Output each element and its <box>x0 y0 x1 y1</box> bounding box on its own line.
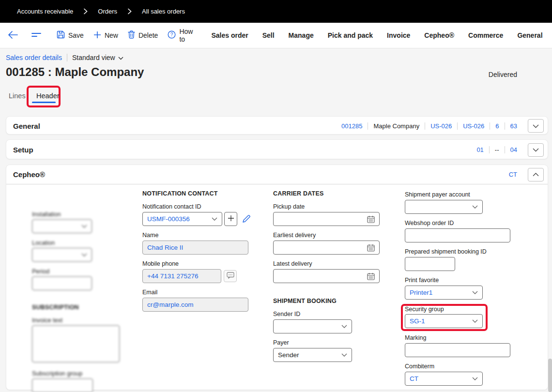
mobile-phone-input[interactable]: +44 7131 275276 <box>142 269 221 283</box>
combiterm-value: CT <box>410 375 418 382</box>
summary-account-2[interactable]: US-026 <box>463 122 484 130</box>
summary-customer-name: Maple Company <box>373 122 419 130</box>
print-favorite-dropdown[interactable]: Printer1 <box>405 286 483 300</box>
chevron-down-icon <box>81 225 87 228</box>
marking-input[interactable] <box>405 343 510 357</box>
tab-header[interactable]: Header <box>36 92 60 100</box>
calendar-icon[interactable] <box>367 272 375 280</box>
divider <box>505 122 505 130</box>
prepared-shipment-booking-id-input[interactable] <box>405 257 455 271</box>
payer-value: Sender <box>278 351 299 359</box>
email-input[interactable]: cr@marple.com <box>142 298 248 312</box>
security-group-dropdown[interactable]: SG-1 <box>405 314 483 328</box>
expand-general-button[interactable] <box>528 119 544 133</box>
summary-value-6[interactable]: 6 <box>495 122 499 130</box>
name-value: Chad Rice II <box>147 244 183 251</box>
mobile-phone-value: +44 7131 275276 <box>147 272 198 280</box>
expand-setup-button[interactable] <box>528 143 544 157</box>
tab-sales-order[interactable]: Sales order <box>211 31 248 39</box>
chevron-up-icon <box>533 171 539 178</box>
period-input[interactable] <box>32 276 92 290</box>
pickup-date-input[interactable] <box>273 212 380 226</box>
summary-order-number[interactable]: 001285 <box>341 122 362 130</box>
summary-value-63[interactable]: 63 <box>510 122 517 130</box>
setup-title[interactable]: Setup <box>13 146 33 154</box>
divider <box>368 122 368 130</box>
sms-button[interactable] <box>224 270 237 282</box>
marking-label: Marking <box>405 334 426 341</box>
breadcrumb-item-all-sales-orders[interactable]: All sales orders <box>142 8 185 15</box>
vertical-scrollbar[interactable] <box>548 359 552 392</box>
summary-ct[interactable]: CT <box>509 171 517 178</box>
combiterm-dropdown[interactable]: CT <box>405 372 483 386</box>
pickup-date-label: Pickup date <box>273 203 305 210</box>
payer-dropdown[interactable]: Sender <box>273 348 352 362</box>
summary-01[interactable]: 01 <box>476 146 483 153</box>
carrier-dates-heading: CARRIER DATES <box>273 190 323 197</box>
location-dropdown[interactable] <box>32 248 92 262</box>
summary-account-1[interactable]: US-026 <box>430 122 452 130</box>
earliest-delivery-label: Earliest delivery <box>273 232 316 239</box>
general-title[interactable]: General <box>13 122 40 130</box>
subscription-group-label: Subscription group <box>32 370 82 377</box>
latest-delivery-input[interactable] <box>273 269 380 283</box>
calendar-icon[interactable] <box>367 244 375 252</box>
chevron-down-icon <box>341 325 347 329</box>
divider <box>67 54 67 61</box>
webshop-order-id-input[interactable] <box>405 228 510 242</box>
how-to-button[interactable]: ? How to <box>163 25 198 46</box>
payer-label: Payer <box>273 339 289 346</box>
shipment-payer-account-dropdown[interactable] <box>405 200 483 214</box>
collapse-cepheo-button[interactable] <box>528 168 544 181</box>
section-general: General 001285 Maple Company US-026 US-0… <box>6 116 548 135</box>
shipment-booking-heading: SHIPMENT BOOKING <box>273 298 337 304</box>
security-group-label: Security group <box>405 306 444 313</box>
tab-cepheo[interactable]: Cepheo® <box>424 31 454 39</box>
name-input[interactable]: Chad Rice II <box>142 241 248 255</box>
add-contact-button[interactable] <box>224 212 237 226</box>
delete-button[interactable]: Delete <box>123 28 163 43</box>
svg-text:?: ? <box>170 32 173 37</box>
summary-04[interactable]: 04 <box>510 146 517 153</box>
divider <box>425 122 425 130</box>
setup-summary: 01 -- 04 <box>476 143 544 157</box>
tab-sell[interactable]: Sell <box>262 31 275 39</box>
subscription-group-input[interactable] <box>32 378 93 392</box>
sales-order-details-link[interactable]: Sales order details <box>6 54 62 61</box>
collapse-menu-button[interactable] <box>29 29 44 43</box>
tab-general[interactable]: General <box>517 31 542 39</box>
invoice-text-textarea[interactable] <box>32 325 120 362</box>
sender-id-dropdown[interactable] <box>273 319 352 333</box>
invoice-text-label: Invoice text <box>32 317 62 324</box>
tab-pick-and-pack[interactable]: Pick and pack <box>328 31 373 39</box>
installation-dropdown[interactable] <box>32 219 92 233</box>
plus-icon <box>93 31 101 40</box>
save-button[interactable]: Save <box>52 28 89 43</box>
plus-icon <box>228 215 234 224</box>
breadcrumb-item-orders[interactable]: Orders <box>98 8 117 15</box>
page-title: 001285 : Maple Company <box>6 65 144 79</box>
print-favorite-label: Print favorite <box>405 277 439 284</box>
new-button[interactable]: New <box>89 28 123 43</box>
chevron-right-icon <box>83 8 88 15</box>
breadcrumb: Accounts receivable Orders All sales ord… <box>0 0 552 23</box>
tab-manage[interactable]: Manage <box>289 31 314 39</box>
command-bar: Save New Delete ? How to Sales order Sel… <box>0 23 552 48</box>
breadcrumb-item-accounts-receivable[interactable]: Accounts receivable <box>17 8 73 15</box>
cepheo-title[interactable]: Cepheo® <box>13 170 45 179</box>
earliest-delivery-input[interactable] <box>273 241 380 255</box>
edit-contact-button[interactable] <box>242 214 251 226</box>
tab-lines[interactable]: Lines <box>9 92 26 100</box>
notification-contact-heading: NOTIFICATION CONTACT <box>142 190 218 197</box>
calendar-icon[interactable] <box>367 215 375 223</box>
tab-invoice[interactable]: Invoice <box>387 31 410 39</box>
name-label: Name <box>142 232 158 239</box>
summary-dash: -- <box>495 146 499 153</box>
print-favorite-value: Printer1 <box>410 289 432 296</box>
tab-commerce[interactable]: Commerce <box>468 31 503 39</box>
notification-contact-id-value: USMF-000356 <box>147 215 190 223</box>
back-button[interactable] <box>5 28 21 43</box>
notification-contact-id-combobox[interactable]: USMF-000356 <box>142 212 222 226</box>
section-cepheo: Cepheo® CT Installation Location Period … <box>6 165 548 390</box>
view-selector[interactable]: Standard view <box>72 54 123 61</box>
